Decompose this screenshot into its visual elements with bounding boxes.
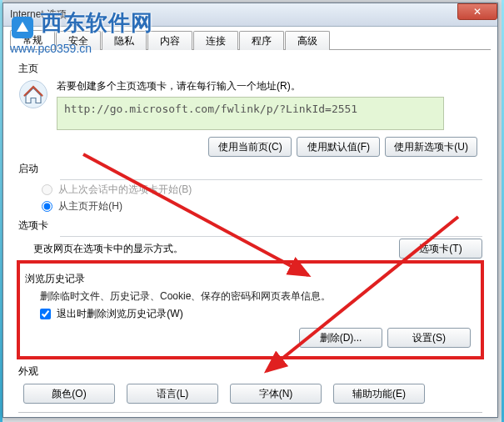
homepage-label: 主页 bbox=[18, 62, 482, 76]
startup-last-label: 从上次会话中的选项卡开始(B) bbox=[58, 183, 192, 195]
internet-options-dialog: Internet 选项 ✕ 常规 安全 隐私 内容 连接 程序 高级 主页 bbox=[2, 3, 498, 418]
tab-body: 主页 若要创建多个主页选项卡，请在每行输入一个地址(R)。 http://go.… bbox=[10, 50, 491, 422]
use-newtab-button[interactable]: 使用新选项卡(U) bbox=[385, 137, 477, 157]
fonts-button[interactable]: 字体(N) bbox=[230, 384, 322, 404]
tabstrip: 常规 安全 隐私 内容 连接 程序 高级 bbox=[10, 30, 491, 50]
appearance-label: 外观 bbox=[18, 364, 482, 379]
dialog-footer: 确定 取消 应用(A) bbox=[18, 412, 482, 422]
tab-advanced[interactable]: 高级 bbox=[285, 31, 330, 50]
tab-security[interactable]: 安全 bbox=[56, 31, 101, 50]
startup-home-row[interactable]: 从主页开始(H) bbox=[42, 199, 482, 214]
startup-last-row[interactable]: 从上次会话中的选项卡开始(B) bbox=[42, 183, 482, 197]
tab-connections[interactable]: 连接 bbox=[193, 31, 238, 50]
close-icon: ✕ bbox=[473, 6, 482, 18]
tabs-section-text: 更改网页在选项卡中的显示方式。 bbox=[33, 242, 399, 256]
delete-on-exit-row[interactable]: 退出时删除浏览历史记录(W) bbox=[40, 307, 476, 321]
window-title: Internet 选项 bbox=[10, 8, 67, 20]
tab-privacy[interactable]: 隐私 bbox=[102, 31, 147, 50]
history-label: 浏览历史记录 bbox=[25, 272, 476, 286]
accessibility-button[interactable]: 辅助功能(E) bbox=[333, 384, 425, 404]
titlebar: Internet 选项 ✕ bbox=[3, 3, 497, 27]
homepage-url-input[interactable]: http://go.microsoft.com/fwlink/p/?LinkId… bbox=[57, 97, 444, 130]
tab-general[interactable]: 常规 bbox=[10, 30, 55, 49]
use-current-button[interactable]: 使用当前页(C) bbox=[208, 137, 292, 157]
history-settings-button[interactable]: 设置(S) bbox=[387, 328, 471, 348]
use-default-button[interactable]: 使用默认值(F) bbox=[297, 137, 380, 157]
delete-on-exit-checkbox[interactable] bbox=[40, 309, 51, 319]
delete-on-exit-label: 退出时删除浏览历史记录(W) bbox=[57, 308, 182, 319]
delete-button[interactable]: 删除(D)... bbox=[299, 328, 382, 348]
tab-programs[interactable]: 程序 bbox=[239, 31, 284, 50]
startup-home-radio[interactable] bbox=[42, 201, 52, 212]
home-icon bbox=[18, 79, 48, 109]
history-highlight-box: 浏览历史记录 删除临时文件、历史记录、Cookie、保存的密码和网页表单信息。 … bbox=[17, 260, 484, 359]
startup-last-radio[interactable] bbox=[42, 184, 52, 195]
homepage-hint: 若要创建多个主页选项卡，请在每行输入一个地址(R)。 bbox=[57, 79, 482, 93]
history-text: 删除临时文件、历史记录、Cookie、保存的密码和网页表单信息。 bbox=[40, 289, 476, 304]
startup-home-label: 从主页开始(H) bbox=[58, 200, 122, 212]
close-button[interactable]: ✕ bbox=[457, 3, 497, 20]
language-button[interactable]: 语言(L) bbox=[127, 384, 218, 404]
colors-button[interactable]: 颜色(O) bbox=[23, 384, 115, 404]
tabs-button[interactable]: 选项卡(T) bbox=[399, 239, 482, 259]
tabs-section-label: 选项卡 bbox=[18, 219, 482, 233]
tab-content[interactable]: 内容 bbox=[147, 31, 192, 50]
startup-label: 启动 bbox=[18, 162, 482, 176]
